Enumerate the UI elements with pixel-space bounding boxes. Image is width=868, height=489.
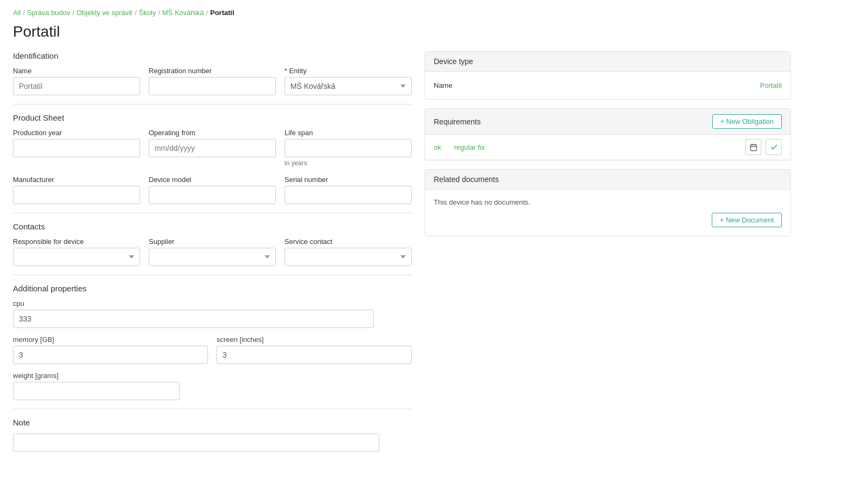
serial-number-label: Serial number	[284, 176, 412, 184]
cpu-item: cpu	[13, 299, 412, 328]
requirements-title: Requirements	[434, 117, 481, 126]
new-obligation-button[interactable]: + New Obligation	[712, 114, 782, 129]
device-type-card: Device type Name Portatil	[425, 51, 791, 100]
manufacturer-input[interactable]	[13, 186, 140, 204]
entity-select[interactable]: MŠ Kovářská	[284, 77, 412, 95]
additional-properties-section: cpu memory [GB] screen [inches] weight […	[13, 299, 412, 400]
operating-from-input[interactable]	[149, 139, 276, 157]
page-title: Portatil	[13, 23, 855, 40]
requirements-card: Requirements + New Obligation ok regular…	[425, 108, 791, 160]
weight-label: weight [grams]	[13, 372, 412, 380]
requirement-name: regular fix	[454, 143, 485, 151]
contacts-title: Contacts	[13, 222, 412, 231]
cpu-label: cpu	[13, 299, 412, 308]
product-sheet-title: Product Sheet	[13, 113, 412, 122]
breadcrumb-sep-3: /	[135, 9, 137, 17]
related-documents-card: Related documents This device has no doc…	[425, 169, 791, 236]
life-span-label: Life span	[284, 129, 412, 137]
weight-input[interactable]	[13, 382, 180, 400]
contacts-row: Responsible for device Supplier Service …	[13, 237, 412, 266]
new-document-btn-container: + New Document	[434, 213, 782, 227]
life-span-group: Life span in years	[284, 129, 412, 167]
screen-label: screen [inches]	[217, 336, 412, 344]
breadcrumb-current: Portatil	[210, 9, 234, 17]
cpu-input[interactable]	[13, 310, 374, 328]
memory-screen-row: memory [GB] screen [inches]	[13, 336, 412, 372]
responsible-label: Responsible for device	[13, 237, 140, 246]
breadcrumb-sep-2: /	[72, 9, 74, 17]
breadcrumb-ms-kovarska[interactable]: MŠ Kovářská	[162, 9, 204, 17]
memory-item: memory [GB]	[13, 336, 208, 364]
breadcrumb-all[interactable]: All	[13, 9, 20, 17]
note-group	[13, 434, 412, 452]
requirement-actions	[745, 139, 782, 155]
registration-input[interactable]	[149, 77, 276, 95]
identification-row: Name Registration number * Entity MŠ Kov…	[13, 67, 412, 95]
production-year-input[interactable]	[13, 139, 140, 157]
registration-group: Registration number	[149, 67, 276, 95]
screen-item: screen [inches]	[217, 336, 412, 364]
name-label: Name	[13, 67, 140, 75]
device-model-input[interactable]	[149, 186, 276, 204]
device-model-group: Device model	[149, 176, 276, 204]
product-sheet-row1: Production year Operating from Life span…	[13, 129, 412, 167]
requirement-row: ok regular fix	[425, 135, 790, 160]
left-panel: Identification Name Registration number …	[13, 51, 412, 452]
life-span-hint: in years	[284, 159, 412, 167]
manufacturer-group: Manufacturer	[13, 176, 140, 204]
device-type-card-header: Device type	[425, 52, 790, 72]
additional-properties-title: Additional properties	[13, 284, 412, 293]
responsible-select[interactable]	[13, 248, 140, 266]
note-input[interactable]	[13, 434, 379, 452]
device-model-label: Device model	[149, 176, 276, 184]
related-documents-body: This device has no documents. + New Docu…	[425, 190, 790, 236]
requirement-status: ok	[434, 143, 441, 151]
breadcrumb-skoly[interactable]: Školy	[139, 9, 156, 17]
right-panel: Device type Name Portatil Requirements +…	[425, 51, 791, 245]
identification-section-title: Identification	[13, 51, 412, 60]
device-type-name-value: Portatil	[760, 81, 782, 89]
breadcrumb-objekty[interactable]: Objekty ve správě	[77, 9, 133, 17]
production-year-group: Production year	[13, 129, 140, 167]
entity-group: * Entity MŠ Kovářská	[284, 67, 412, 95]
calendar-icon-button[interactable]	[745, 139, 761, 155]
serial-number-input[interactable]	[284, 186, 412, 204]
memory-input[interactable]	[13, 346, 208, 364]
service-contact-group: Service contact	[284, 237, 412, 266]
name-group: Name	[13, 67, 140, 95]
no-documents-text: This device has no documents.	[434, 198, 782, 206]
supplier-select[interactable]	[149, 248, 276, 266]
product-sheet-row2: Manufacturer Device model Serial number	[13, 176, 412, 204]
breadcrumb-sep-5: /	[206, 9, 208, 17]
new-document-button[interactable]: + New Document	[712, 213, 782, 227]
life-span-input[interactable]	[284, 139, 412, 157]
breadcrumb: All / Správa budov / Objekty ve správě /…	[13, 9, 855, 17]
operating-from-group: Operating from	[149, 129, 276, 167]
breadcrumb-sep-4: /	[158, 9, 160, 17]
related-documents-header: Related documents	[425, 170, 790, 190]
operating-from-label: Operating from	[149, 129, 276, 137]
check-icon-button[interactable]	[766, 139, 782, 155]
responsible-group: Responsible for device	[13, 237, 140, 266]
supplier-group: Supplier	[149, 237, 276, 266]
service-contact-label: Service contact	[284, 237, 412, 246]
note-title: Note	[13, 418, 412, 427]
weight-item: weight [grams]	[13, 372, 412, 400]
service-contact-select[interactable]	[284, 248, 412, 266]
serial-number-group: Serial number	[284, 176, 412, 204]
screen-input[interactable]	[217, 346, 412, 364]
breadcrumb-sprava-budov[interactable]: Správa budov	[27, 9, 70, 17]
production-year-label: Production year	[13, 129, 140, 137]
memory-label: memory [GB]	[13, 336, 208, 344]
entity-label: * Entity	[284, 67, 412, 75]
registration-label: Registration number	[149, 67, 276, 75]
breadcrumb-sep-1: /	[23, 9, 25, 17]
device-type-name-row: Name Portatil	[434, 78, 782, 93]
supplier-label: Supplier	[149, 237, 276, 246]
manufacturer-label: Manufacturer	[13, 176, 140, 184]
svg-rect-0	[750, 144, 756, 150]
device-type-name-label: Name	[434, 81, 453, 89]
requirement-info: ok regular fix	[434, 143, 485, 151]
requirements-header: Requirements + New Obligation	[425, 109, 790, 135]
name-input[interactable]	[13, 77, 140, 95]
